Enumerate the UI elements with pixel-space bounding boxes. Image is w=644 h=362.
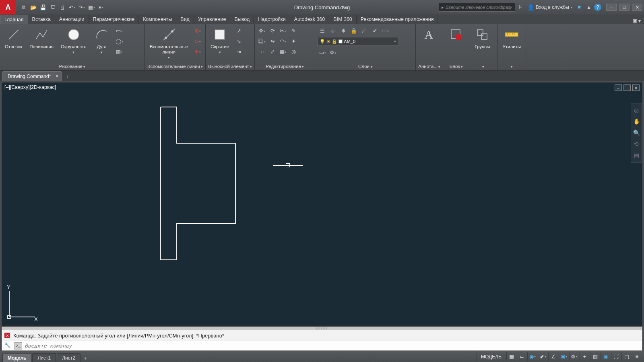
status-customize-icon[interactable]: ≡ [632, 352, 642, 361]
arc-button[interactable]: Дуга [91, 26, 112, 56]
leader1-icon[interactable]: ↗ [234, 26, 244, 35]
file-tab-add-icon[interactable]: + [63, 73, 72, 81]
tab-home[interactable]: Главная [0, 15, 28, 24]
tab-featured[interactable]: Рекомендованные приложения [357, 15, 438, 24]
qat-print-icon[interactable]: 🖨 [58, 3, 67, 12]
panel-leader-label[interactable]: Выносной элемент [208, 64, 252, 69]
array-icon[interactable]: ▦ [278, 47, 288, 56]
tab-insert[interactable]: Вставка [28, 15, 55, 24]
nav-wheel-icon[interactable]: ◎ [632, 106, 641, 115]
polyline-button[interactable]: Полилиния [27, 26, 56, 50]
layer-freeze-icon[interactable]: ❄ [339, 26, 348, 35]
exchange-apps-icon[interactable]: ▲ [584, 3, 593, 12]
tab-addins[interactable]: Надстройки [254, 15, 290, 24]
command-line-grip[interactable] [2, 327, 642, 330]
layer-off-icon[interactable]: ☼ [328, 26, 338, 35]
command-close-icon[interactable]: ✕ [4, 333, 10, 338]
mirror-icon[interactable]: ⇋ [268, 36, 277, 46]
rotate-icon[interactable]: ⟳ [268, 26, 277, 35]
layer-props-icon[interactable]: ☰ [318, 26, 327, 35]
tab-bim360[interactable]: BIM 360 [329, 15, 357, 24]
ucs-icon[interactable]: X Y [6, 288, 38, 321]
hatch-icon[interactable]: ▨ [115, 47, 124, 56]
drawing-area[interactable]: [–][Сверху][2D-каркас] – □ ✕ X Y ◎ ✋ 🔍 ⟲… [2, 82, 642, 326]
nav-showmotion-icon[interactable]: ▤ [632, 151, 641, 160]
search-input[interactable]: Введите ключевое слово/фразу [439, 3, 515, 12]
nav-pan-icon[interactable]: ✋ [632, 117, 641, 126]
status-lineweight-icon[interactable]: ⚙ [569, 352, 579, 361]
layout-sheet1-tab[interactable]: Лист1 [32, 353, 56, 362]
layer-match-icon[interactable]: ✔ [370, 26, 380, 35]
leader3-icon[interactable]: ⇥ [234, 47, 244, 56]
command-wrench-icon[interactable]: 🔧 [4, 342, 12, 350]
signin-button[interactable]: Вход в службы [526, 4, 574, 10]
centerline-icon[interactable]: ⊕ [193, 26, 202, 35]
layer-lock-icon[interactable]: 🔒 [349, 26, 359, 35]
ellipse-icon[interactable]: ◯ [115, 36, 124, 46]
panel-groups-expand[interactable] [482, 64, 484, 69]
fillet-icon[interactable]: ◠ [278, 36, 288, 46]
status-space-label[interactable]: МОДЕЛЬ [477, 351, 506, 362]
viewport-label[interactable]: [–][Сверху][2D-каркас] [4, 84, 56, 90]
group-button[interactable]: Группы [472, 26, 493, 50]
layout-model-tab[interactable]: Модель [2, 353, 31, 362]
status-osnap-icon[interactable]: ∠ [548, 352, 558, 361]
vp-close-icon[interactable]: ✕ [632, 84, 640, 91]
trim-icon[interactable]: ✂ [278, 26, 288, 35]
circle-button[interactable]: Окружность [58, 26, 89, 56]
centermark-icon[interactable]: ⊙ [193, 36, 202, 46]
status-ortho-icon[interactable]: ◉ [527, 352, 537, 361]
status-grid-icon[interactable]: ▦ [506, 352, 516, 361]
panel-draw-label[interactable]: Рисование [59, 64, 85, 69]
qat-open-icon[interactable]: 📂 [29, 3, 38, 12]
vp-maximize-icon[interactable]: □ [623, 84, 631, 91]
leader2-icon[interactable]: ↘ [234, 36, 244, 46]
layout-sheet2-tab[interactable]: Лист2 [57, 353, 80, 362]
status-snap-icon[interactable]: ⌙ [517, 352, 526, 361]
status-otrack-icon[interactable]: ▣ [559, 352, 568, 361]
layer-state-icon[interactable]: ▭ [318, 47, 327, 57]
minimize-button[interactable]: – [606, 4, 617, 11]
centerline-cross-icon[interactable]: ✛ [193, 47, 202, 56]
nav-orbit-icon[interactable]: ⟲ [632, 140, 641, 148]
help-icon[interactable]: ? [594, 4, 601, 11]
panel-utilities-expand[interactable] [511, 64, 513, 69]
panel-block-label[interactable]: Блок [450, 64, 463, 69]
tab-parametric[interactable]: Параметрические [89, 15, 139, 24]
text-button[interactable]: A [418, 26, 439, 43]
close-button[interactable]: ✕ [632, 4, 642, 11]
app-logo[interactable]: A [0, 0, 16, 14]
tab-manage[interactable]: Управление [194, 15, 231, 24]
qat-more-icon[interactable]: ▾ [97, 3, 105, 12]
erase-icon[interactable]: ✎ [289, 26, 298, 35]
nav-zoom-icon[interactable]: 🔍 [632, 128, 641, 137]
status-hardware-icon[interactable]: ◉ [601, 352, 610, 361]
tab-a360[interactable]: Autodesk 360 [290, 15, 329, 24]
status-cycling-icon[interactable]: ▥ [590, 352, 600, 361]
layer-more-icon[interactable]: ⋯ [380, 26, 390, 35]
qat-redo-icon[interactable]: ↷ [77, 3, 86, 12]
qat-saveas-icon[interactable]: 🖫 [48, 3, 57, 12]
tab-output[interactable]: Вывод [230, 15, 254, 24]
copy-icon[interactable]: ⿻ [257, 36, 267, 46]
exchange-icon[interactable]: ✖ [575, 3, 584, 12]
qat-save-icon[interactable]: 💾 [39, 3, 47, 12]
layer-walk-icon[interactable]: ⚙ [328, 47, 338, 57]
construction-lines-button[interactable]: Вспомогательные линии [147, 26, 190, 60]
file-tab-active[interactable]: Drawing Command* ✕ [2, 71, 62, 81]
measure-button[interactable]: Утилиты [500, 26, 523, 50]
qat-undo-icon[interactable]: ↶ [68, 3, 76, 12]
panel-annotation-label[interactable]: Аннота... [418, 64, 440, 69]
stretch-icon[interactable]: ↔ [257, 47, 267, 56]
move-icon[interactable]: ✥ [257, 26, 267, 35]
qat-new-icon[interactable]: 🗎 [19, 3, 28, 12]
command-input[interactable] [25, 343, 640, 349]
panel-layers-label[interactable]: Слои [358, 64, 372, 69]
status-isolate-icon[interactable]: ⛶ [611, 352, 621, 361]
tab-components[interactable]: Компоненты [139, 15, 176, 24]
layer-iso-icon[interactable]: ☄ [359, 26, 369, 35]
panel-construction-label[interactable]: Вспомогательные линии [147, 64, 203, 69]
qat-workspace-icon[interactable]: ▦ [87, 3, 96, 12]
scale-icon[interactable]: ⤢ [268, 47, 277, 56]
offset-icon[interactable]: ◎ [289, 47, 298, 56]
